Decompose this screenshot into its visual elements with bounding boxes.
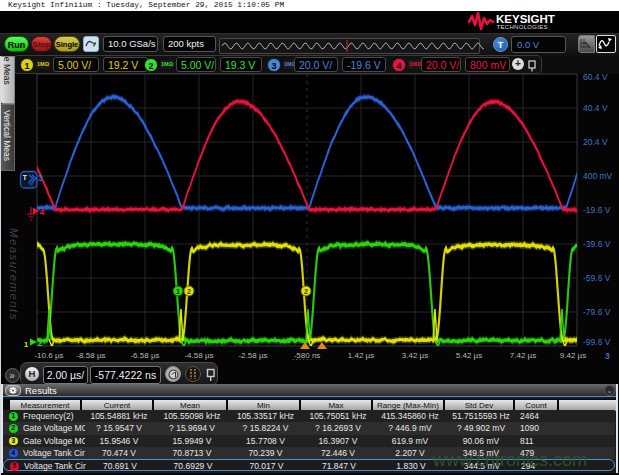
svg-text:1: 1 bbox=[176, 288, 180, 295]
svg-text:2: 2 bbox=[38, 338, 43, 348]
svg-text:2: 2 bbox=[304, 288, 308, 295]
svg-text:2: 2 bbox=[187, 288, 191, 295]
svg-text:4: 4 bbox=[40, 207, 45, 217]
svg-text:1: 1 bbox=[24, 340, 28, 349]
svg-text:3: 3 bbox=[38, 173, 43, 183]
svg-text:T: T bbox=[23, 173, 28, 182]
